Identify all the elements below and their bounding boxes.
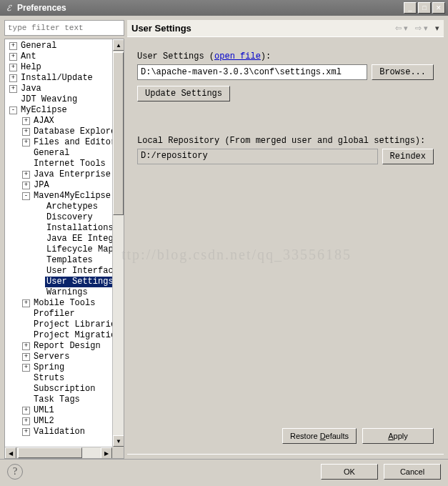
tree-node-label: Maven4MyEclipse — [32, 191, 112, 202]
tree-node-label: Warnings — [45, 287, 89, 298]
page-menu-icon[interactable]: ▾ — [435, 24, 439, 33]
expand-icon[interactable]: + — [22, 417, 30, 425]
reindex-button[interactable]: Reindex — [382, 149, 434, 164]
tree-node[interactable]: +Java Enterprise Pr — [5, 169, 112, 180]
page-title: User Settings — [131, 23, 395, 34]
tree-node[interactable]: -MyEclipse — [5, 105, 112, 116]
tree-node[interactable]: +AJAX — [5, 116, 112, 127]
browse-button[interactable]: Browse... — [372, 64, 434, 80]
scroll-thumb[interactable] — [18, 447, 82, 458]
filter-input[interactable] — [4, 20, 124, 36]
maximize-button[interactable]: □ — [418, 2, 431, 14]
expand-icon[interactable]: + — [22, 117, 30, 125]
tree-node[interactable]: +Database Explorer — [5, 127, 112, 137]
expand-icon[interactable]: + — [22, 428, 30, 436]
tree-node[interactable]: Discovery — [5, 212, 112, 223]
tree-node-label: General — [32, 148, 71, 159]
expand-icon[interactable]: + — [22, 139, 30, 147]
tree-node-label: Servers — [32, 352, 71, 362]
tree-node[interactable]: Warnings — [5, 287, 112, 298]
tree-node-label: Report Design — [32, 341, 102, 352]
expand-icon[interactable]: + — [9, 74, 17, 82]
local-repo-label: Local Repository (From merged user and g… — [137, 136, 434, 146]
tree-node[interactable]: +Files and Editors — [5, 137, 112, 148]
tree-node[interactable]: Lifecycle Mappi — [5, 244, 112, 255]
tree-node-label: Install/Update — [19, 73, 94, 84]
expand-icon[interactable]: + — [22, 407, 30, 415]
tree-node[interactable]: Profiler — [5, 309, 112, 319]
tree-node[interactable]: +Servers — [5, 352, 112, 362]
tree-node[interactable]: Project Libraries — [5, 319, 112, 330]
tree-node-label: Ant — [19, 51, 38, 62]
expand-icon[interactable]: + — [22, 182, 30, 189]
tree-node[interactable]: +Report Design — [5, 341, 112, 352]
scroll-right-icon[interactable]: ▶ — [101, 447, 112, 459]
nav-forward-icon[interactable]: ⇨ ▾ — [415, 24, 428, 33]
user-settings-path-input[interactable] — [137, 64, 367, 80]
tree-node-label: Installations — [45, 223, 112, 234]
open-file-link[interactable]: open file — [214, 51, 261, 61]
collapse-icon[interactable]: - — [22, 192, 30, 200]
tree-node[interactable]: Subscription — [5, 384, 112, 395]
tree-node[interactable]: +Spring — [5, 362, 112, 373]
minimize-button[interactable]: _ — [404, 2, 417, 14]
apply-button[interactable]: Apply — [362, 428, 434, 444]
expand-icon[interactable]: + — [9, 42, 17, 50]
cancel-button[interactable]: Cancel — [384, 464, 441, 480]
expand-icon[interactable]: + — [22, 353, 30, 361]
expand-icon[interactable]: + — [22, 299, 30, 307]
tree-node[interactable]: -Maven4MyEclipse — [5, 191, 112, 202]
tree-node[interactable]: Struts — [5, 373, 112, 384]
window-titlebar: ℰ Preferences _ □ ✕ — [0, 0, 448, 16]
tree-node[interactable]: +Ant — [5, 51, 112, 62]
update-settings-button[interactable]: Update Settings — [137, 86, 230, 101]
tree-node[interactable]: +Help — [5, 62, 112, 73]
tree-node[interactable]: General — [5, 148, 112, 159]
help-icon[interactable]: ? — [7, 464, 23, 480]
window-title: Preferences — [17, 3, 404, 13]
tree-node[interactable]: +Java — [5, 84, 112, 94]
tree-node[interactable]: Project Migration — [5, 330, 112, 341]
expand-icon[interactable]: + — [9, 53, 17, 61]
tree-node-label: Internet Tools — [32, 159, 107, 169]
tree-node[interactable]: +UML1 — [5, 405, 112, 416]
tree-node[interactable]: Archetypes — [5, 202, 112, 212]
close-button[interactable]: ✕ — [432, 2, 445, 14]
tree-node[interactable]: +UML2 — [5, 416, 112, 427]
expand-icon[interactable]: + — [22, 128, 30, 136]
tree-node-label: Java Enterprise Pr — [32, 169, 112, 180]
tree-node-label: Subscription — [32, 384, 96, 395]
ok-button[interactable]: OK — [321, 464, 378, 480]
tree-node[interactable]: User Interface — [5, 266, 112, 277]
tree-node[interactable]: User Settings — [5, 277, 112, 287]
nav-back-icon[interactable]: ⇦ ▾ — [395, 24, 408, 33]
tree-node[interactable]: Installations — [5, 223, 112, 234]
tree-node-label: Task Tags — [32, 395, 81, 405]
expand-icon[interactable]: + — [22, 342, 30, 350]
scroll-up-icon[interactable]: ▲ — [113, 39, 124, 51]
expand-icon[interactable]: + — [9, 85, 17, 93]
restore-defaults-button[interactable]: Restore Defaults — [282, 428, 357, 444]
tree-node[interactable]: +Validation — [5, 427, 112, 437]
tree-node[interactable]: +JPA — [5, 180, 112, 191]
tree-node[interactable]: Templates — [5, 255, 112, 266]
collapse-icon[interactable]: - — [9, 106, 17, 114]
tree-vertical-scrollbar[interactable]: ▲ ▼ — [112, 39, 124, 447]
tree-node[interactable]: Task Tags — [5, 395, 112, 405]
tree-node[interactable]: Internet Tools — [5, 159, 112, 169]
scroll-down-icon[interactable]: ▼ — [113, 435, 124, 447]
tree-node[interactable]: Java EE Integra — [5, 234, 112, 244]
tree-node[interactable]: +General — [5, 41, 112, 51]
tree-node[interactable]: +Mobile Tools — [5, 298, 112, 309]
tree-node-label: UML1 — [32, 405, 56, 416]
left-panel: +General+Ant+Help+Install/Update+JavaJDT… — [4, 20, 124, 459]
tree-horizontal-scrollbar[interactable]: ◀ ▶ — [5, 447, 112, 458]
right-panel: User Settings ⇦ ▾ ⇨ ▾ ▾ User Settings (o… — [127, 20, 444, 459]
expand-icon[interactable]: + — [9, 64, 17, 71]
scroll-left-icon[interactable]: ◀ — [5, 447, 16, 459]
tree-node[interactable]: +Install/Update — [5, 73, 112, 84]
expand-icon[interactable]: + — [22, 364, 30, 372]
scroll-thumb[interactable] — [113, 52, 124, 215]
tree-node[interactable]: JDT Weaving — [5, 94, 112, 105]
expand-icon[interactable]: + — [22, 171, 30, 179]
